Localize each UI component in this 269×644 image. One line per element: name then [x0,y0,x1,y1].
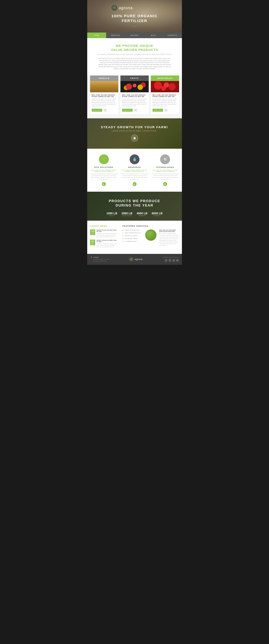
eco-title: ECO SOLUTIONS [90,166,118,168]
news-title-2: DONEC FACILISI ULE MES CUML DIA SED [96,240,118,242]
products-year-title: PRODUCTS WE PRODUCE DURING THE YEAR [92,199,178,208]
location-icon: 📍 [90,256,92,259]
stat-vegetables-number: 2080 LB [122,212,132,215]
stat-fruits-number: 1090 LB [106,212,117,215]
tech-link-button[interactable]: ▶ [163,182,167,186]
service-item-1[interactable]: LOREM IPSUM DOLOR SI [122,230,142,231]
research-icon-circle: 💧 [130,154,140,164]
nav-services[interactable]: SERVICES [106,32,125,38]
card-fruits: FRUITS MES CUML DIA SED INENIASI IPSUM C… [120,76,149,114]
growth-action-button[interactable]: 📋 [131,134,138,142]
card-cereals-header: CEREALS [90,76,118,81]
service-item-3[interactable]: PISCING ELIT AENEA [122,235,142,236]
latest-news: LATEST NEWS 14 SEP2015 DONEC FACILISI UL… [90,225,118,250]
logo-icon: 🌿 [112,5,117,11]
stat-cereals: 6000 LB CEREALS [152,212,162,216]
tech-title: TECHNOLOGIES [151,166,179,168]
vegetables-share-button[interactable]: ☰ [164,108,168,112]
cereals-share-button[interactable]: ☰ [103,108,107,112]
latest-news-heading: LATEST NEWS [90,225,118,227]
footer-logo: 🌿 agrona [129,257,142,261]
value-heading: WE PROVIDE UNIQUE VALUE DRIVEN PRODUCTS [92,44,178,52]
news-date-1: 14 SEP2015 [90,230,95,235]
services-content: LOREM IPSUM DOLOR SI AMET, CONSECTETUR A… [122,230,179,246]
stat-fruits-label: FRUITS [106,215,117,216]
research-title: RESEARCH [120,166,148,168]
footer-location: 📍 AGRONA 10, JUNCTION BLG STE. 1008 CHIC… [90,256,109,262]
social-twitter[interactable]: t [168,259,172,262]
eco-link-button[interactable]: ▶ [102,182,106,186]
footer-company: AGRONA [93,257,99,258]
growth-title: STEADY GROWTH FOR YOUR FARM! [92,126,178,129]
logo-text: agrona [119,6,133,10]
cereals-image [90,81,118,92]
service-desc-text: Ulcev myds usel publiced quis dal conse … [159,233,179,246]
value-subtitle: QUISQUE GRAVIDA FELIS EU MASSA CONSECTET… [92,54,178,55]
news-content-2: DONEC FACILISI ULE MES CUML DIA SED Ulce… [96,240,118,248]
stat-vegetables: 2080 LB VEGETABLES [122,212,132,216]
footer-logo-text: agrona [134,258,142,261]
news-item-2: 14 SEP2015 DONEC FACILISI ULE MES CUML D… [90,240,118,248]
stat-cereals-number: 6000 LB [152,212,162,215]
hero-arrows[interactable]: < > [112,25,158,28]
social-facebook[interactable]: f [164,259,168,262]
footer-brand: AGRONA © 2015 | Privacy policy [162,257,179,258]
stats-row: 1090 LB FRUITS 2080 LB VEGETABLES 4500 L… [92,212,178,216]
card-fruits-header: FRUITS [120,76,149,81]
cereals-more-info-button[interactable]: MORE INFO [92,109,102,112]
card-vegetables-footer: MORE INFO ☰ [152,108,178,112]
social-icons: f t in g+ [162,259,179,262]
bottom-content: LATEST NEWS 14 SEP2015 DONEC FACILISI UL… [87,221,182,254]
bottom-section: LATEST NEWS 14 SEP2015 DONEC FACILISI UL… [87,221,182,254]
logo-area: 🌿 agrona [112,5,158,11]
growth-subtitle: LOREM IPSUM DOLOR SIT AMET, CONSECTETUR. [92,130,178,132]
card-vegetables-body: MES CUML DIA SED INENIASI IPSUM COMNETUS… [151,92,179,114]
eco-icon-circle: 🌱 [99,154,109,164]
featured-services: FEATURED SERVICES LOREM IPSUM DOLOR SI A… [122,225,179,250]
service-item-2[interactable]: AMET, CONSECTETUR ADI [122,232,142,234]
service-thumbnail: 🌿 [145,230,156,241]
tech-subtitle: MES CUML DIA SED INENIASI DOLOR COMMETE … [151,170,179,172]
card-cereals: CEREALS MES CUML DIA SED INENIASI IPSUM … [90,76,118,114]
service-description: MES CUML DIA SED INSER- IBUS DOLOR IPSUM… [159,230,179,246]
service-item-4[interactable]: DICTUM NEC TURPIS [122,238,142,239]
footer: 📍 AGRONA 10, JUNCTION BLG STE. 1008 CHIC… [87,254,182,264]
tech-icon-circle: ⚙ [160,154,170,164]
vegetables-more-info-button[interactable]: MORE INFO [152,109,163,112]
eco-text: Ulcev myds usel publiced quis dal conse:… [90,173,118,180]
product-cards: CEREALS MES CUML DIA SED INENIASI IPSUM … [87,76,182,118]
news-item-1: 14 SEP2015 DONEC FACILISI ULE MES CUML D… [90,230,118,238]
featured-services-heading: FEATURED SERVICES [122,225,179,227]
card-fruits-body: MES CUML DIA SED INENIASI IPSUM COMNETUS… [120,92,149,114]
hero-section: 🌿 agrona 100% PURE ORGANIC FERTILIZER < … [87,0,182,32]
card-vegetables-header: VEGETABLES [151,76,179,81]
social-linkedin[interactable]: in [172,259,175,262]
fruits-share-button[interactable]: ☰ [134,108,138,112]
service-item-5[interactable]: UT LOBORTIS NAM A [122,241,142,242]
eco-subtitle: MES CUML DIA SED INENIASI DOLOR COMMETE … [90,170,118,172]
news-text-1: Ulcev myds. Sed publiced quis dal conse:… [96,233,118,238]
card-fruits-title: MES CUML DIA SED INENIASI IPSUM COMNETUS… [122,94,147,98]
service-desc-title: MES CUML DIA SED INSER- IBUS DOLOR IPSUM… [159,230,179,232]
stat-berries-number: 4500 LB [137,212,148,215]
hero-title: 100% PURE ORGANIC FERTILIZER [112,14,158,23]
card-fruits-footer: MORE INFO ☰ [122,108,147,112]
main-content: WE PROVIDE UNIQUE VALUE DRIVEN PRODUCTS … [87,38,182,118]
fruits-more-info-button[interactable]: MORE INFO [122,109,132,112]
card-vegetables-title: MES CUML DIA SED INENIASI IPSUM COMNETUS… [152,94,178,98]
research-link-button[interactable]: ▶ [132,182,136,186]
nav-home[interactable]: HOME [87,32,106,38]
stat-berries-label: BERRIES [137,215,148,216]
eco-icon: 🌱 [102,157,106,162]
feature-research: 💧 RESEARCH MES CUML DIA SED INENIASI DOL… [120,154,148,186]
nav-blog[interactable]: BLOG [144,32,163,38]
nav-gallery[interactable]: GALLERY [125,32,144,38]
stat-vegetables-label: VEGETABLES [122,215,132,216]
news-monthyear-2: SEP2015 [90,243,94,245]
growth-banner: STEADY GROWTH FOR YOUR FARM! LOREM IPSUM… [87,118,182,149]
card-cereals-title: MES CUML DIA SED INENIASI IPSUM COMNETUS… [92,94,116,98]
social-gplus[interactable]: g+ [176,259,179,262]
feature-eco: 🌱 ECO SOLUTIONS MES CUML DIA SED INENIAS… [90,154,118,186]
nav-contacts[interactable]: CONTACTS [163,32,182,38]
footer-city: CHICAGO, IL 60604-2145 [93,260,106,262]
